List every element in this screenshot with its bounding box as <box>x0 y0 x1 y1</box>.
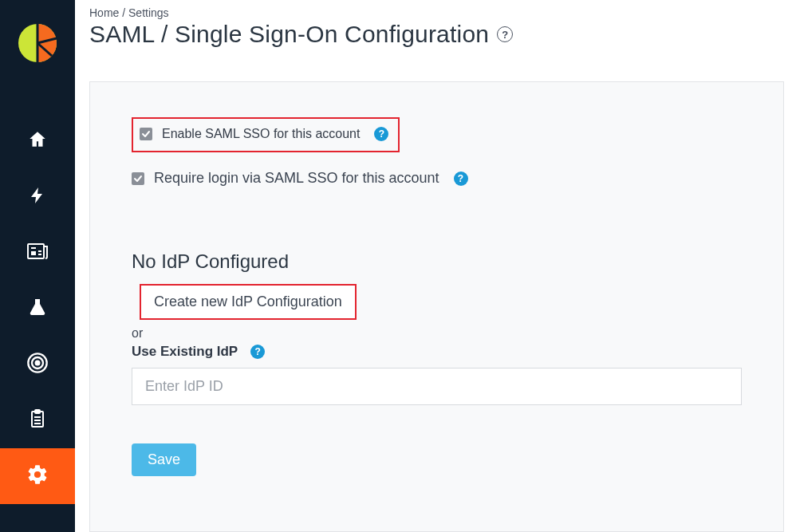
nav-clipboard[interactable] <box>0 392 75 448</box>
home-icon <box>27 129 48 153</box>
nav-experiments[interactable] <box>0 281 75 337</box>
svg-point-13 <box>36 361 40 365</box>
help-icon[interactable]: ? <box>497 26 513 42</box>
breadcrumb: Home / Settings <box>89 6 784 19</box>
breadcrumb-settings[interactable]: Settings <box>128 6 169 19</box>
idp-heading: No IdP Configured <box>132 250 742 273</box>
help-icon[interactable]: ? <box>454 171 468 186</box>
target-icon <box>26 352 49 377</box>
gear-icon <box>26 463 49 489</box>
nav-reports[interactable] <box>0 225 75 281</box>
help-icon[interactable]: ? <box>374 127 388 141</box>
nav-settings[interactable] <box>0 448 75 504</box>
nav-home[interactable] <box>0 113 75 169</box>
enable-saml-label: Enable SAML SSO for this account <box>162 127 360 141</box>
save-button[interactable]: Save <box>132 443 196 476</box>
breadcrumb-sep: / <box>122 6 128 19</box>
nav-goals[interactable] <box>0 337 75 392</box>
page-title-row: SAML / Single Sign-On Configuration ? <box>89 21 784 48</box>
clipboard-icon <box>28 407 47 434</box>
help-icon[interactable]: ? <box>250 345 265 359</box>
enable-saml-row: Enable SAML SSO for this account ? <box>132 117 400 152</box>
nav-activity[interactable] <box>0 169 75 225</box>
flask-icon <box>28 296 47 321</box>
require-saml-row: Require login via SAML SSO for this acco… <box>132 170 742 187</box>
require-saml-checkbox[interactable] <box>132 172 144 185</box>
require-saml-label: Require login via SAML SSO for this acco… <box>154 170 439 187</box>
breadcrumb-home[interactable]: Home <box>89 6 119 19</box>
bolt-icon <box>28 184 47 210</box>
page-title: SAML / Single Sign-On Configuration <box>89 21 489 48</box>
sidebar <box>0 0 75 532</box>
or-text: or <box>132 326 742 341</box>
main-content: Home / Settings SAML / Single Sign-On Co… <box>75 0 796 532</box>
create-idp-button[interactable]: Create new IdP Configuration <box>140 284 357 320</box>
enable-saml-checkbox[interactable] <box>140 128 152 140</box>
brand-logo <box>17 22 58 67</box>
svg-rect-15 <box>35 410 40 413</box>
svg-rect-8 <box>31 251 36 255</box>
news-icon <box>26 242 49 264</box>
use-existing-row: Use Existing IdP ? <box>132 344 742 360</box>
settings-card: Enable SAML SSO for this account ? Requi… <box>89 81 784 532</box>
use-existing-label: Use Existing IdP <box>132 344 238 360</box>
idp-id-input[interactable] <box>132 368 742 405</box>
